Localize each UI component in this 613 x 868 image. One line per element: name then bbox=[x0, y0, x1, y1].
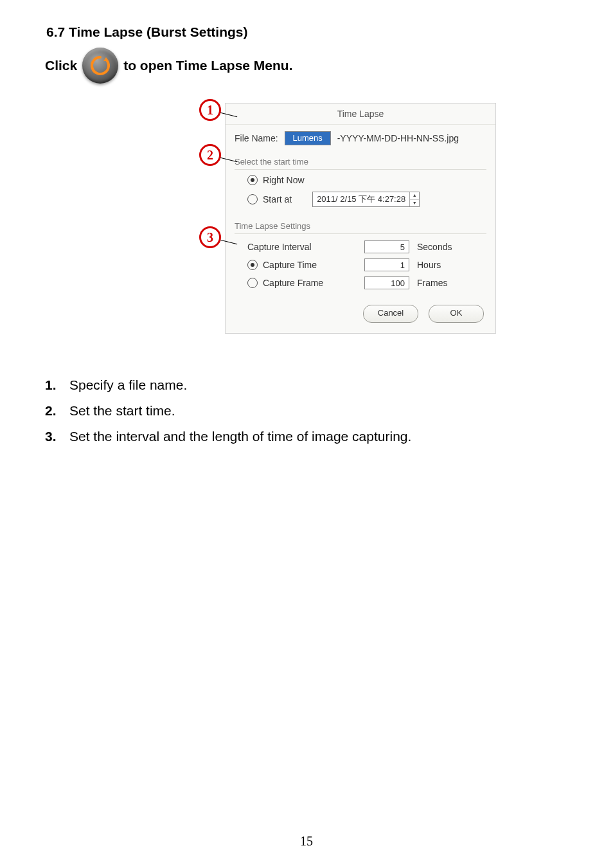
callout-marker-1: 1 bbox=[199, 99, 221, 121]
radio-right-now[interactable]: Right Now bbox=[235, 171, 486, 188]
list-text: Set the interval and the length of time … bbox=[69, 424, 411, 449]
capture-time-input[interactable]: 1 bbox=[364, 258, 409, 271]
dialog-title: Time Lapse bbox=[226, 104, 495, 125]
list-number: 3. bbox=[45, 424, 63, 449]
time-lapse-icon bbox=[82, 48, 118, 84]
radio-right-now-label: Right Now bbox=[263, 175, 305, 185]
click-before: Click bbox=[45, 58, 77, 73]
radio-capture-time[interactable]: Capture Time bbox=[247, 260, 350, 270]
radio-start-at[interactable]: Start at 2011/ 2/15 下午 4:27:28 ▲ ▼ bbox=[235, 188, 486, 210]
capture-interval-label: Capture Interval bbox=[247, 242, 350, 252]
svg-marker-0 bbox=[103, 57, 109, 61]
radio-icon bbox=[247, 194, 258, 204]
chevron-down-icon[interactable]: ▼ bbox=[410, 200, 419, 207]
file-name-input[interactable]: Lumens bbox=[285, 131, 331, 145]
list-number: 2. bbox=[45, 398, 63, 424]
capture-interval-input[interactable]: 5 bbox=[364, 240, 409, 253]
capture-frame-label: Capture Frame bbox=[263, 278, 323, 288]
radio-capture-frame[interactable]: Capture Frame bbox=[247, 278, 350, 288]
page-number: 15 bbox=[0, 834, 613, 849]
spinner-arrows[interactable]: ▲ ▼ bbox=[409, 192, 419, 206]
radio-icon bbox=[247, 260, 258, 270]
list-item: 2. Set the start time. bbox=[45, 398, 574, 424]
time-lapse-dialog: Time Lapse File Name: Lumens -YYYY-MM-DD… bbox=[225, 103, 496, 334]
ok-button[interactable]: OK bbox=[429, 305, 484, 323]
capture-time-label: Capture Time bbox=[263, 260, 317, 270]
list-text: Specify a file name. bbox=[69, 372, 187, 398]
callout-marker-3: 3 bbox=[199, 226, 221, 248]
start-at-datetime[interactable]: 2011/ 2/15 下午 4:27:28 ▲ ▼ bbox=[312, 192, 420, 207]
list-text: Set the start time. bbox=[69, 398, 175, 424]
list-number: 1. bbox=[45, 372, 63, 398]
group-start-time: Select the start time bbox=[226, 149, 495, 168]
capture-frame-unit: Frames bbox=[417, 278, 475, 288]
instruction-list: 1. Specify a file name. 2. Set the start… bbox=[45, 372, 574, 449]
capture-interval-unit: Seconds bbox=[417, 242, 475, 252]
file-name-label: File Name: bbox=[235, 133, 278, 143]
radio-start-at-label: Start at bbox=[263, 194, 292, 204]
list-item: 1. Specify a file name. bbox=[45, 372, 574, 398]
section-heading: 6.7 Time Lapse (Burst Settings) bbox=[46, 24, 574, 40]
click-after: to open Time Lapse Menu. bbox=[123, 58, 292, 73]
chevron-up-icon[interactable]: ▲ bbox=[410, 192, 419, 200]
group-settings: Time Lapse Settings bbox=[226, 213, 495, 232]
list-item: 3. Set the interval and the length of ti… bbox=[45, 424, 574, 449]
radio-icon bbox=[247, 175, 258, 185]
cancel-button[interactable]: Cancel bbox=[363, 305, 418, 323]
click-instruction: Click to open Time Lapse Menu. bbox=[45, 48, 574, 84]
start-at-value: 2011/ 2/15 下午 4:27:28 bbox=[313, 192, 409, 206]
radio-icon bbox=[247, 278, 258, 288]
capture-frame-input[interactable]: 100 bbox=[364, 276, 409, 289]
capture-time-unit: Hours bbox=[417, 260, 475, 270]
callout-marker-2: 2 bbox=[199, 144, 221, 166]
file-name-suffix: -YYYY-MM-DD-HH-NN-SS.jpg bbox=[337, 133, 459, 143]
